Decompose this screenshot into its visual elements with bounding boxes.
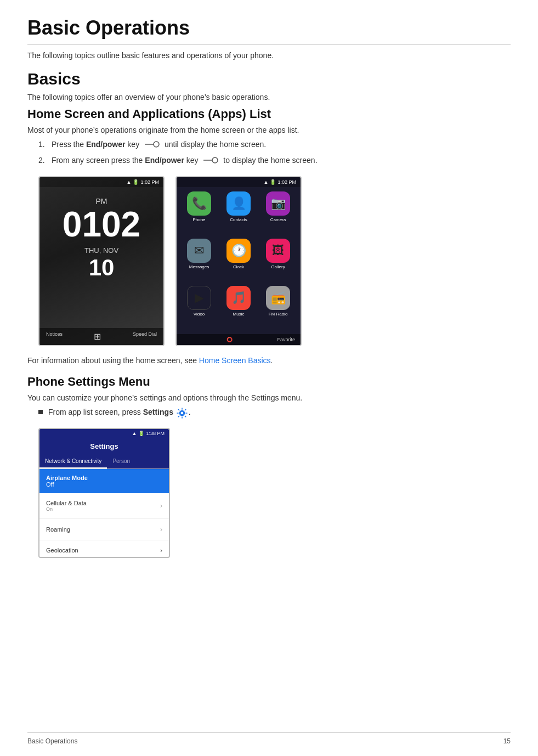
settings-status-bar: ▲ 🔋 1:38 PM xyxy=(39,429,169,438)
apps-status-icons: ▲ 🔋 1:02 PM xyxy=(264,179,296,185)
bullet-square-icon xyxy=(38,410,43,414)
speed-dial-label: Speed Dial xyxy=(133,331,157,342)
app-fmradio: 📻 FM Radio xyxy=(260,286,296,330)
bullet-bold: Settings xyxy=(143,408,173,416)
bullet-text-pre: From app list screen, press xyxy=(48,408,141,416)
cellular-data-label: Cellular & Data xyxy=(46,500,87,506)
page-footer: Basic Operations 15 xyxy=(27,732,511,745)
settings-bullet-item: From app list screen, press Settings . xyxy=(38,408,511,420)
cellular-data-chevron-icon: › xyxy=(160,502,162,510)
step-1-bold: End/power xyxy=(86,140,126,149)
app-phone: 📞 Phone xyxy=(181,191,217,235)
step-2-bold: End/power xyxy=(145,156,184,165)
phone-settings-title: Phone Settings Menu xyxy=(27,375,511,389)
power-icon-2 xyxy=(202,156,219,166)
title-divider xyxy=(27,44,511,44)
step-2-text-pre: From any screen press the xyxy=(52,156,145,165)
tab-personal[interactable]: Person xyxy=(107,455,135,469)
app-clock: 🕐 Clock xyxy=(220,239,257,283)
settings-status-icons: ▲ 🔋 1:38 PM xyxy=(132,431,165,436)
roaming-label: Roaming xyxy=(46,526,70,533)
post-image-prefix: For information about using the home scr… xyxy=(27,356,199,365)
apps-bottom-bar: ⭕ Favorite xyxy=(177,334,301,345)
apps-grid: 📞 Phone 👤 Contacts 📷 Camera ✉ Messages 🕐… xyxy=(177,187,301,334)
step-2-number: 2. xyxy=(38,156,49,165)
geolocation-item[interactable]: Geolocation › xyxy=(39,540,169,557)
settings-status-time: 1:38 PM xyxy=(146,431,165,436)
clock-date: THU, NOV 10 xyxy=(63,246,140,281)
step-1-number: 1. xyxy=(38,140,49,149)
clock-status-bar: ▲ 🔋 1:02 PM xyxy=(39,177,163,187)
settings-title-bar: Settings xyxy=(39,438,169,455)
signal-icon: ▲ xyxy=(127,179,132,185)
roaming-chevron-icon: › xyxy=(160,526,162,533)
cellular-data-sub: On xyxy=(46,506,87,512)
geolocation-chevron-icon: › xyxy=(160,547,162,554)
fm-app-icon: 📻 xyxy=(266,286,290,310)
step-1: 1. Press the End/power key until display… xyxy=(38,140,511,150)
settings-gear-icon xyxy=(177,408,188,420)
clock-status-time: 1:02 PM xyxy=(140,179,159,185)
phone-settings-desc: You can customize your phone’s settings … xyxy=(27,393,511,402)
roaming-item[interactable]: Roaming › xyxy=(39,519,169,540)
airplane-mode-item[interactable]: Airplane Mode Off xyxy=(39,469,169,493)
airplane-mode-value: Off xyxy=(46,481,162,488)
app-contacts: 👤 Contacts xyxy=(220,191,257,235)
cellular-data-item[interactable]: Cellular & Data On › xyxy=(39,493,169,519)
tab-network-connectivity[interactable]: Network & Connectivity xyxy=(39,455,107,469)
basics-section-title: Basics xyxy=(27,70,511,88)
gallery-app-label: Gallery xyxy=(271,264,285,269)
app-music: 🎵 Music xyxy=(220,286,257,330)
geolocation-label: Geolocation xyxy=(46,547,78,554)
settings-signal-icon: ▲ xyxy=(132,431,137,436)
apps-signal-icon: ▲ xyxy=(264,179,269,185)
step-1-key-label: key xyxy=(125,140,139,149)
home-screen-title: Home Screen and Applications (Apps) List xyxy=(27,107,511,121)
apps-screen: ▲ 🔋 1:02 PM 📞 Phone 👤 Contacts 📷 Camera … xyxy=(175,176,302,346)
battery-icon: 🔋 xyxy=(133,179,139,185)
clock-status-icons: ▲ 🔋 1:02 PM xyxy=(127,179,159,185)
clock-screen: ▲ 🔋 1:02 PM PM 0102 THU, NOV 10 Notices … xyxy=(38,176,165,346)
phone-app-label: Phone xyxy=(192,217,205,222)
fm-app-label: FM Radio xyxy=(269,312,288,317)
home-screen-basics-link[interactable]: Home Screen Basics xyxy=(199,356,271,365)
roaming-info: Roaming xyxy=(46,526,70,533)
footer-left-text: Basic Operations xyxy=(27,737,77,745)
app-video: ▶ Video xyxy=(181,286,217,330)
clock-time: 0102 xyxy=(63,207,140,242)
intro-paragraph: The following topics outline basic featu… xyxy=(27,51,511,60)
svg-point-6 xyxy=(180,411,184,415)
settings-content: Airplane Mode Off Cellular & Data On › R… xyxy=(39,469,169,557)
step-2-key-label: key xyxy=(184,156,199,165)
basics-section-desc: The following topics offer an overview o… xyxy=(27,93,511,101)
app-gallery: 🖼 Gallery xyxy=(260,239,296,283)
apps-favorite-label: Favorite xyxy=(277,337,295,342)
apps-battery-icon: 🔋 xyxy=(270,179,276,185)
gallery-app-icon: 🖼 xyxy=(266,239,290,263)
camera-app-icon: 📷 xyxy=(266,191,290,216)
contacts-app-icon: 👤 xyxy=(226,191,251,216)
messages-app-label: Messages xyxy=(189,264,209,269)
settings-tabs: Network & Connectivity Person xyxy=(39,455,169,469)
step-1-text-pre: Press the xyxy=(52,140,86,149)
footer-page-number: 15 xyxy=(503,737,511,745)
step-2-text-end: to display the home screen. xyxy=(223,156,317,165)
page-main-title: Basic Operations xyxy=(27,16,511,40)
music-app-icon: 🎵 xyxy=(226,286,251,310)
apps-status-bar: ▲ 🔋 1:02 PM xyxy=(177,177,301,187)
airplane-mode-label: Airplane Mode xyxy=(46,475,162,481)
post-image-paragraph: For information about using the home scr… xyxy=(27,356,511,365)
phone-app-icon: 📞 xyxy=(187,191,211,216)
contacts-app-label: Contacts xyxy=(230,217,247,222)
music-app-label: Music xyxy=(233,312,245,317)
home-screen-desc: Most of your phone’s operations originat… xyxy=(27,126,511,134)
video-app-icon: ▶ xyxy=(187,286,211,310)
apps-status-time: 1:02 PM xyxy=(278,179,296,185)
clock-app-icon: 🕐 xyxy=(226,239,251,263)
step-1-text-end: until display the home screen. xyxy=(165,140,266,149)
settings-phone-screen: ▲ 🔋 1:38 PM Settings Network & Connectiv… xyxy=(38,428,170,558)
settings-battery-icon: 🔋 xyxy=(138,431,144,436)
step-2: 2. From any screen press the End/power k… xyxy=(38,156,511,166)
post-image-suffix: . xyxy=(271,356,273,365)
video-app-label: Video xyxy=(194,312,205,317)
